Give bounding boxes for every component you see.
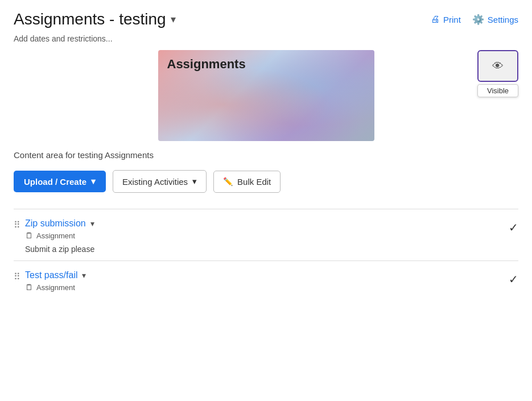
activity-expand-icon[interactable]: ▾ — [90, 219, 94, 228]
bulk-edit-label: Bulk Edit — [237, 177, 271, 187]
visible-button-area: 👁 Visible — [477, 50, 518, 97]
assignment-icon: 🗒 — [25, 283, 33, 292]
print-icon: 🖨 — [431, 14, 440, 24]
activity-expand-icon[interactable]: ▾ — [82, 271, 86, 280]
print-label: Print — [443, 15, 461, 24]
activity-item: ⠿ Zip submission ▾ 🗒 Assignment Submit a… — [14, 209, 518, 261]
upload-create-label: Upload / Create — [24, 177, 86, 187]
visible-tooltip: Visible — [477, 84, 518, 97]
activity-meta: 🗒 Assignment — [25, 283, 504, 292]
title-area: Assignments - testing ▾ — [14, 10, 176, 28]
drag-handle[interactable]: ⠿ — [14, 220, 20, 230]
eye-icon: 👁 — [492, 60, 504, 73]
activity-title-row: Test pass/fail ▾ — [25, 270, 504, 280]
activity-check-icon: ✓ — [509, 272, 518, 286]
banner-image: Assignments — [158, 50, 374, 141]
banner-title: Assignments — [167, 57, 246, 72]
activity-title-link[interactable]: Test pass/fail — [25, 270, 77, 280]
banner-area: Assignments 👁 Visible — [0, 50, 532, 141]
activity-item: ⠿ Test pass/fail ▾ 🗒 Assignment ✓ — [14, 261, 518, 299]
assignment-icon: 🗒 — [25, 231, 33, 240]
activity-list: ⠿ Zip submission ▾ 🗒 Assignment Submit a… — [0, 209, 532, 299]
activity-content: Zip submission ▾ 🗒 Assignment Submit a z… — [25, 218, 504, 254]
activity-content: Test pass/fail ▾ 🗒 Assignment — [25, 270, 504, 292]
existing-activities-label: Existing Activities — [122, 177, 188, 187]
visible-button[interactable]: 👁 — [477, 50, 518, 82]
print-button[interactable]: 🖨 Print — [431, 14, 461, 24]
title-dropdown-icon[interactable]: ▾ — [171, 13, 176, 26]
upload-dropdown-icon: ▾ — [91, 176, 96, 187]
drag-handle[interactable]: ⠿ — [14, 271, 20, 282]
bulk-edit-icon: ✏️ — [223, 177, 233, 186]
content-description: Content area for testing Assignments — [0, 150, 532, 160]
settings-button[interactable]: ⚙️ Settings — [472, 14, 518, 26]
action-bar: Upload / Create ▾ Existing Activities ▾ … — [0, 170, 532, 193]
activity-title-link[interactable]: Zip submission — [25, 218, 86, 229]
activity-meta: 🗒 Assignment — [25, 231, 504, 240]
page-header: Assignments - testing ▾ 🖨 Print ⚙️ Setti… — [0, 0, 532, 34]
settings-label: Settings — [488, 15, 518, 24]
existing-activities-button[interactable]: Existing Activities ▾ — [113, 170, 207, 193]
existing-activities-dropdown-icon: ▾ — [192, 176, 197, 187]
page-title: Assignments - testing — [14, 10, 166, 28]
activity-type-label: Assignment — [36, 231, 75, 240]
activity-type-label: Assignment — [36, 283, 75, 292]
settings-icon: ⚙️ — [472, 14, 484, 26]
upload-create-button[interactable]: Upload / Create ▾ — [14, 171, 106, 192]
dates-restrictions-link[interactable]: Add dates and restrictions... — [0, 34, 532, 43]
activity-title-row: Zip submission ▾ — [25, 218, 504, 229]
activity-check-icon: ✓ — [509, 221, 518, 234]
bulk-edit-button[interactable]: ✏️ Bulk Edit — [213, 171, 281, 193]
header-actions: 🖨 Print ⚙️ Settings — [431, 14, 518, 26]
activity-description: Submit a zip please — [25, 245, 504, 254]
